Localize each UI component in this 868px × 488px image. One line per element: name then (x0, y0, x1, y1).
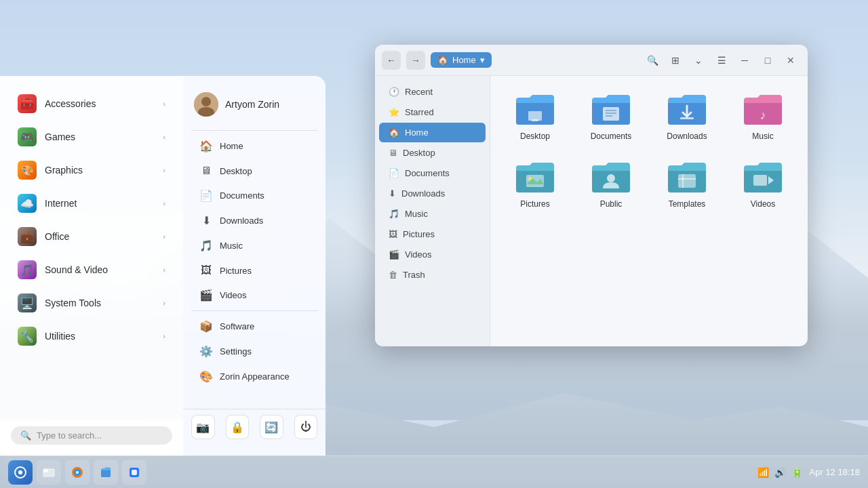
svg-rect-5 (606, 115, 612, 117)
category-graphics[interactable]: 🎨 Graphics › (5, 154, 178, 186)
sidebar-item-downloads[interactable]: ⬇ Downloads (379, 184, 486, 203)
category-sound-video[interactable]: 🎵 Sound & Video › (5, 253, 178, 286)
graphics-icon: 🎨 (18, 161, 37, 180)
screenshot-button[interactable]: 📷 (191, 415, 215, 439)
svg-rect-1 (532, 119, 538, 121)
right-item-downloads[interactable]: ⬇ Downloads (189, 209, 320, 232)
right-item-software[interactable]: 📦 Software (189, 314, 320, 338)
right-software-label: Software (220, 321, 254, 331)
sidebar-item-trash[interactable]: 🗑 Trash (379, 265, 486, 285)
internet-icon: ☁️ (18, 194, 37, 213)
right-videos-icon: 🎬 (199, 289, 213, 302)
folder-videos[interactable]: Videos (729, 155, 797, 214)
right-item-documents[interactable]: 📄 Documents (189, 184, 320, 207)
action-buttons: 📷 🔒 🔄 ⏻ (183, 409, 326, 445)
office-arrow: › (163, 232, 165, 241)
divider-2 (191, 310, 317, 311)
right-item-zorin-appearance[interactable]: 🎨 Zorin Appearance (189, 365, 320, 388)
user-name-label: Artyom Zorin (225, 99, 279, 110)
refresh-button[interactable]: 🔄 (260, 415, 283, 439)
toolbar-right: 🔍 ⊞ ⌄ ☰ ─ □ ✕ (642, 50, 801, 70)
taskbar-zorin-connect-button[interactable] (122, 460, 146, 485)
sidebar-item-recent[interactable]: 🕐 Recent (379, 82, 486, 102)
taskbar-right: 📶 🔊 🔋 Apr 12 18:18 (757, 467, 860, 478)
sidebar-item-home[interactable]: 🏠 Home (379, 123, 486, 142)
taskbar-files-button[interactable] (37, 460, 61, 485)
maximize-button[interactable]: □ (757, 50, 778, 70)
right-item-desktop[interactable]: 🖥 Desktop (189, 159, 320, 182)
sidebar-item-documents[interactable]: 📄 Documents (379, 163, 486, 183)
file-manager-titlebar: ← → 🏠 Home ▾ 🔍 ⊞ ⌄ ☰ ─ □ ✕ (375, 45, 808, 76)
folder-pictures[interactable]: Pictures (501, 155, 569, 214)
file-manager-window: ← → 🏠 Home ▾ 🔍 ⊞ ⌄ ☰ ─ □ ✕ 🕐 Recent ⭐ St (375, 45, 808, 346)
taskbar-firefox-button[interactable] (65, 460, 90, 485)
sidebar-label-documents: Documents (405, 168, 450, 178)
fm-content-grid: Desktop Documents (490, 76, 808, 346)
sidebar-item-music[interactable]: 🎵 Music (379, 204, 486, 224)
recent-icon: 🕐 (389, 87, 399, 97)
desktop-icon: 🖥 (389, 148, 397, 158)
user-section[interactable]: Artyom Zorin (183, 87, 326, 127)
sidebar-item-starred[interactable]: ⭐ Starred (379, 102, 486, 122)
view-options-button[interactable]: ⌄ (688, 50, 709, 70)
category-internet-label: Internet (45, 198, 155, 209)
right-item-home[interactable]: 🏠 Home (189, 134, 320, 158)
svg-text:♪: ♪ (760, 108, 766, 122)
back-button[interactable]: ← (382, 51, 401, 70)
right-music-icon: 🎵 (199, 239, 213, 252)
sidebar-label-videos: Videos (405, 249, 432, 260)
right-downloads-label: Downloads (220, 216, 263, 226)
user-avatar (194, 92, 218, 117)
category-games[interactable]: 🎮 Games › (5, 121, 178, 153)
category-utilities-label: Utilities (45, 331, 155, 342)
system-clock: Apr 12 18:18 (810, 467, 860, 477)
taskbar-file-manager-button[interactable] (94, 460, 118, 485)
svg-rect-11 (678, 174, 696, 188)
sidebar-item-desktop[interactable]: 🖥 Desktop (379, 143, 486, 163)
system-tray: 📶 🔊 🔋 (757, 467, 803, 478)
view-toggle-button[interactable]: ⊞ (665, 50, 686, 70)
location-bar[interactable]: 🏠 Home ▾ (431, 52, 492, 68)
folder-public[interactable]: Public (577, 155, 645, 214)
folder-documents[interactable]: Documents (577, 87, 645, 146)
folder-music[interactable]: ♪ Music (729, 87, 797, 146)
folder-templates[interactable]: Templates (653, 155, 721, 214)
svg-rect-3 (606, 110, 616, 111)
minimize-button[interactable]: ─ (734, 50, 755, 70)
zorin-menu-button[interactable] (8, 460, 33, 485)
right-appearance-icon: 🎨 (199, 370, 213, 383)
category-internet[interactable]: ☁️ Internet › (5, 187, 178, 220)
taskbar: 📶 🔊 🔋 Apr 12 18:18 (0, 455, 868, 488)
right-item-pictures[interactable]: 🖼 Pictures (189, 259, 320, 282)
system-tools-icon: 🖥️ (18, 293, 37, 312)
lock-button[interactable]: 🔒 (226, 415, 250, 439)
category-accessories[interactable]: 🧰 Accessories › (5, 87, 178, 120)
folder-desktop[interactable]: Desktop (501, 87, 569, 146)
games-arrow: › (163, 133, 165, 141)
menu-button[interactable]: ☰ (711, 50, 732, 70)
search-input[interactable] (37, 430, 163, 441)
folder-downloads[interactable]: Downloads (653, 87, 721, 146)
search-button[interactable]: 🔍 (642, 50, 663, 70)
close-button[interactable]: ✕ (781, 50, 801, 70)
right-item-settings[interactable]: ⚙️ Settings (189, 340, 320, 363)
starred-icon: ⭐ (389, 107, 399, 117)
right-desktop-icon: 🖥 (199, 165, 213, 177)
folder-music-icon: ♪ (743, 92, 783, 127)
power-button[interactable]: ⏻ (294, 415, 318, 439)
category-utilities[interactable]: 🔧 Utilities › (5, 320, 178, 352)
app-menu-categories: 🧰 Accessories › 🎮 Games › 🎨 Graphics › ☁… (0, 76, 183, 455)
sidebar-item-pictures[interactable]: 🖼 Pictures (379, 224, 486, 244)
forward-button[interactable]: → (406, 51, 425, 70)
right-item-videos[interactable]: 🎬 Videos (189, 283, 320, 307)
svg-rect-25 (132, 470, 137, 475)
right-item-music[interactable]: 🎵 Music (189, 234, 320, 258)
sound-icon: 🔊 (774, 467, 786, 478)
sidebar-item-videos[interactable]: 🎬 Videos (379, 245, 486, 264)
sidebar-label-home: Home (405, 127, 429, 138)
app-menu-right-panel: Artyom Zorin 🏠 Home 🖥 Desktop 📄 Document… (183, 76, 326, 455)
category-office[interactable]: 💼 Office › (5, 220, 178, 253)
folder-public-icon (591, 160, 631, 195)
category-system-tools[interactable]: 🖥️ System Tools › (5, 287, 178, 319)
music-icon: 🎵 (389, 209, 399, 219)
